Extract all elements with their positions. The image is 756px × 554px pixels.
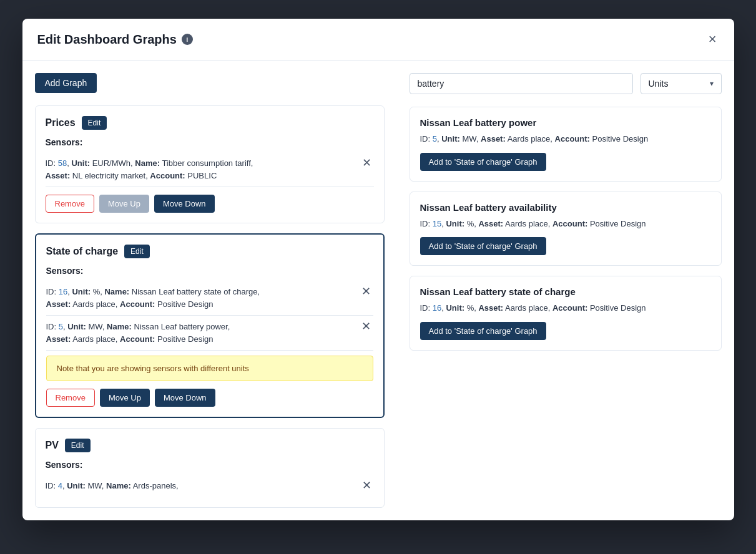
- modal-backdrop: Edit Dashboard Graphs i × Add Graph Pric…: [0, 0, 756, 554]
- result-card-battery-power: Nissan Leaf battery power ID: 5, Unit: M…: [410, 107, 722, 182]
- sensor-id-link-5[interactable]: 5: [59, 322, 63, 331]
- graph-card-header-prices: Prices Edit: [46, 116, 374, 130]
- right-panel: Units ▾ Nissan Leaf battery power ID: 5,…: [397, 61, 734, 520]
- result-card-meta-1: ID: 5, Unit: MW, Asset: Aards place, Acc…: [420, 133, 711, 145]
- move-up-button-soc[interactable]: Move Up: [100, 389, 150, 407]
- add-to-graph-button-1[interactable]: Add to 'State of charge' Graph: [420, 153, 546, 171]
- result-id-link-5[interactable]: 5: [433, 134, 437, 143]
- sensor-row-soc-1: ID: 16, Unit: %, Name: Nissan Leaf batte…: [46, 281, 373, 316]
- info-icon[interactable]: i: [182, 34, 193, 45]
- move-down-button-prices[interactable]: Move Down: [154, 195, 215, 213]
- move-up-button-prices[interactable]: Move Up: [99, 195, 149, 213]
- sensor-row-soc-2: ID: 5, Unit: MW, Name: Nissan Leaf batte…: [46, 316, 373, 351]
- graph-title-pv: PV: [46, 440, 59, 451]
- sensor-text: ID: 58, Unit: EUR/MWh, Name: Tibber cons…: [46, 157, 360, 182]
- warning-box-soc: Note that you are showing sensors with d…: [46, 356, 373, 381]
- graph-card-header-pv: PV Edit: [46, 439, 374, 452]
- close-button[interactable]: ×: [706, 30, 719, 49]
- search-input[interactable]: [410, 73, 633, 94]
- chevron-down-icon: ▾: [710, 79, 714, 88]
- edit-pv-button[interactable]: Edit: [65, 439, 91, 452]
- result-id-link-16[interactable]: 16: [433, 303, 441, 313]
- graph-card-state-of-charge: State of charge Edit Sensors: ID: 16, Un…: [35, 233, 385, 418]
- result-card-battery-state-of-charge: Nissan Leaf battery state of charge ID: …: [410, 276, 722, 351]
- sensors-label-prices: Sensors:: [46, 137, 374, 147]
- result-card-meta-3: ID: 16, Unit: %, Asset: Aards place, Acc…: [420, 302, 711, 314]
- modal-body: Add Graph Prices Edit Sensors: ID: 58, U…: [22, 61, 734, 520]
- result-card-meta-2: ID: 15, Unit: %, Asset: Aards place, Acc…: [420, 218, 711, 230]
- card-actions-prices: Remove Move Up Move Down: [46, 195, 374, 213]
- result-card-title-1: Nissan Leaf battery power: [420, 117, 711, 128]
- remove-button-prices[interactable]: Remove: [46, 195, 94, 213]
- add-graph-button[interactable]: Add Graph: [35, 73, 97, 93]
- units-dropdown[interactable]: Units ▾: [641, 73, 722, 94]
- move-down-button-soc[interactable]: Move Down: [155, 389, 215, 407]
- graph-card-prices: Prices Edit Sensors: ID: 58, Unit: EUR/M…: [35, 105, 385, 223]
- graph-card-header-soc: State of charge Edit: [46, 245, 373, 258]
- units-label: Units: [649, 79, 669, 89]
- sensor-text-soc-1: ID: 16, Unit: %, Name: Nissan Leaf batte…: [46, 286, 359, 310]
- edit-dashboard-modal: Edit Dashboard Graphs i × Add Graph Pric…: [22, 19, 734, 520]
- sensors-label-soc: Sensors:: [46, 266, 373, 276]
- modal-header: Edit Dashboard Graphs i ×: [22, 19, 734, 61]
- right-toolbar: Units ▾: [410, 73, 722, 94]
- sensor-row-pv-1: ID: 4, Unit: MW, Name: Ards-panels, ✕: [46, 475, 374, 497]
- result-card-title-2: Nissan Leaf battery availability: [420, 202, 711, 213]
- remove-sensor-button-16[interactable]: ✕: [359, 286, 373, 297]
- add-to-graph-button-3[interactable]: Add to 'State of charge' Graph: [420, 322, 546, 340]
- add-to-graph-button-2[interactable]: Add to 'State of charge' Graph: [420, 237, 546, 255]
- card-actions-soc: Remove Move Up Move Down: [46, 389, 373, 407]
- remove-sensor-button[interactable]: ✕: [360, 157, 374, 168]
- result-id-link-15[interactable]: 15: [433, 219, 441, 228]
- result-card-title-3: Nissan Leaf battery state of charge: [420, 286, 711, 297]
- remove-button-soc[interactable]: Remove: [46, 389, 95, 407]
- graph-title-prices: Prices: [46, 117, 76, 129]
- sensor-text-soc-2: ID: 5, Unit: MW, Name: Nissan Leaf batte…: [46, 321, 359, 345]
- modal-title-text: Edit Dashboard Graphs: [37, 32, 177, 47]
- modal-title: Edit Dashboard Graphs i: [37, 32, 193, 47]
- sensor-row: ID: 58, Unit: EUR/MWh, Name: Tibber cons…: [46, 152, 374, 187]
- graph-card-pv: PV Edit Sensors: ID: 4, Unit: MW, Name: …: [35, 428, 385, 508]
- left-panel: Add Graph Prices Edit Sensors: ID: 58, U…: [22, 61, 397, 520]
- result-card-battery-availability: Nissan Leaf battery availability ID: 15,…: [410, 192, 722, 266]
- remove-sensor-button-4[interactable]: ✕: [360, 480, 374, 491]
- sensor-text-pv-1: ID: 4, Unit: MW, Name: Ards-panels,: [46, 480, 360, 492]
- remove-sensor-button-5[interactable]: ✕: [359, 321, 373, 332]
- left-toolbar: Add Graph: [35, 73, 385, 93]
- sensor-id-link[interactable]: 58: [58, 158, 67, 168]
- graph-title-soc: State of charge: [46, 246, 119, 257]
- sensor-id-link-4[interactable]: 4: [58, 481, 62, 490]
- edit-soc-button[interactable]: Edit: [124, 245, 150, 258]
- sensors-label-pv: Sensors:: [46, 460, 374, 470]
- sensor-id-link-16[interactable]: 16: [59, 287, 67, 296]
- edit-prices-button[interactable]: Edit: [82, 116, 107, 130]
